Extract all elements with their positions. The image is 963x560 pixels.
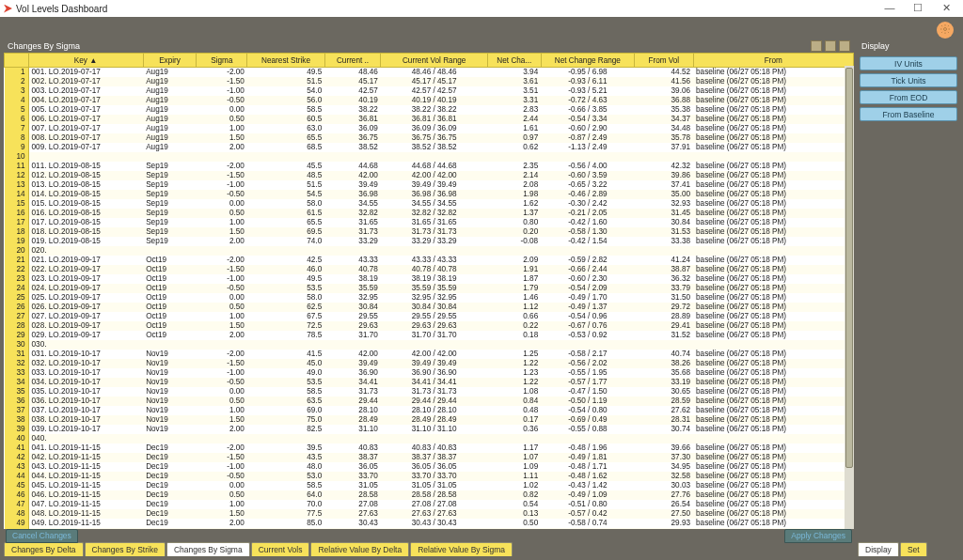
tab[interactable]: Changes By Sigma [166, 542, 250, 556]
table-row[interactable]: 38038. LO.2019-10-17Nov191.5075.028.4928… [5, 415, 854, 425]
cell: Aug19 [143, 105, 197, 115]
table-row[interactable]: 33033. LO.2019-10-17Nov19-1.0049.036.903… [5, 368, 854, 378]
col-header[interactable]: Net Change Range [541, 54, 634, 68]
titlebar[interactable]: Vol Levels Dashboard — ☐ ✕ [0, 0, 963, 18]
table-row[interactable]: 47047. LO.2019-11-15Dec191.0070.027.0827… [5, 500, 854, 509]
table-row[interactable]: 13013. LO.2019-08-15Sep19-1.0051.539.493… [5, 180, 854, 190]
table-header-row[interactable]: Key ▲ExpirySigmaNearest StrikeCurrent ..… [5, 54, 854, 68]
panel-collapse-icon[interactable] [811, 40, 822, 52]
table-row[interactable]: 29029. LO.2019-09-17Oct192.0078.531.7031… [5, 331, 854, 340]
table-row[interactable]: 40040. [5, 434, 854, 443]
cell: baseline (06/27 05:18 PM) [693, 143, 853, 152]
tab[interactable]: Relative Value By Delta [310, 542, 409, 556]
table-row[interactable]: 6006. LO.2019-07-17Aug190.5060.536.8136.… [5, 115, 854, 124]
table-row[interactable]: 12012. LO.2019-08-15Sep19-1.5048.542.004… [5, 171, 854, 180]
window-title: Vol Levels Dashboard [16, 4, 107, 14]
col-header[interactable]: Key ▲ [28, 54, 143, 68]
vertical-scrollbar[interactable] [845, 66, 854, 529]
cell: baseline (06/27 05:18 PM) [693, 481, 853, 490]
cell: 34.41 / 34.41 [381, 378, 488, 387]
table-row[interactable]: 18018. LO.2019-08-15Sep191.5069.531.7331… [5, 227, 854, 237]
cell: -0.58 / 1.30 [541, 227, 634, 237]
side-button[interactable]: From Baseline [860, 107, 957, 121]
col-header[interactable]: Expiry [143, 54, 197, 68]
col-header[interactable]: Current .. [324, 54, 381, 68]
side-button[interactable]: IV Units [860, 56, 957, 70]
table-row[interactable]: 8008. LO.2019-07-17Aug191.5065.536.7536.… [5, 133, 854, 143]
cell: 011. LO.2019-08-15 [28, 162, 143, 171]
table-row[interactable]: 16016. LO.2019-08-15Sep190.5061.532.8232… [5, 209, 854, 218]
cell: 3.31 [487, 96, 541, 105]
table-row[interactable]: 34034. LO.2019-10-17Nov19-0.5053.534.413… [5, 378, 854, 387]
table-row[interactable]: 22022. LO.2019-09-17Oct19-1.5046.040.784… [5, 265, 854, 274]
table-row[interactable]: 2002. LO.2019-07-17Aug19-1.5051.545.1745… [5, 77, 854, 86]
col-header[interactable]: From Vol [635, 54, 693, 68]
table-row[interactable]: 5005. LO.2019-07-17Aug190.0058.538.2238.… [5, 105, 854, 115]
table-row[interactable]: 42042. LO.2019-11-15Dec19-1.5043.538.373… [5, 453, 854, 462]
table-row[interactable]: 15015. LO.2019-08-15Sep190.0058.034.5534… [5, 199, 854, 209]
cell: 28.31 [635, 415, 693, 425]
table-row[interactable]: 7007. LO.2019-07-17Aug191.0063.036.0936.… [5, 124, 854, 133]
table-row[interactable]: 31031. LO.2019-10-17Nov19-2.0041.542.004… [5, 350, 854, 359]
cell: 038. LO.2019-10-17 [28, 415, 143, 425]
col-header[interactable]: Net Cha... [487, 54, 541, 68]
cell: 31.50 [635, 293, 693, 303]
table-row[interactable]: 39039. LO.2019-10-17Nov192.0082.531.1031… [5, 425, 854, 434]
table-row[interactable]: 10 [5, 152, 854, 162]
table-row[interactable]: 4004. LO.2019-07-17Aug19-0.5056.040.1940… [5, 96, 854, 105]
table-row[interactable]: 44044. LO.2019-11-15Dec19-0.5053.033.703… [5, 472, 854, 481]
table-row[interactable]: 49049. LO.2019-11-15Dec192.0085.030.4330… [5, 519, 854, 528]
table-row[interactable]: 27027. LO.2019-09-17Oct191.0067.529.5529… [5, 312, 854, 321]
table-row[interactable]: 21021. LO.2019-09-17Oct19-2.0042.543.334… [5, 256, 854, 265]
side-tab[interactable]: Display [858, 542, 899, 556]
panel-maximize-icon[interactable] [825, 40, 836, 52]
table-row[interactable]: 20020. [5, 246, 854, 256]
table-row[interactable]: 1001. LO.2019-07-17Aug19-2.0049.548.4648… [5, 68, 854, 78]
table-row[interactable]: 43043. LO.2019-11-15Dec19-1.0048.036.053… [5, 462, 854, 472]
table-row[interactable]: 32032. LO.2019-10-17Nov19-1.5045.039.493… [5, 359, 854, 368]
tab[interactable]: Current Vols [251, 542, 310, 556]
cell: 2.14 [487, 171, 541, 180]
table-row[interactable]: 28028. LO.2019-09-17Oct191.5072.529.6329… [5, 321, 854, 331]
side-tab[interactable]: Set [900, 542, 927, 556]
col-header[interactable] [5, 54, 29, 68]
table-row[interactable]: 45045. LO.2019-11-15Dec190.0058.531.0531… [5, 481, 854, 490]
table-row[interactable]: 41041. LO.2019-11-15Dec19-2.0039.540.834… [5, 443, 854, 453]
panel-close-icon[interactable] [839, 40, 850, 52]
table-row[interactable]: 11011. LO.2019-08-15Sep19-2.0045.544.684… [5, 162, 854, 171]
table-row[interactable]: 48048. LO.2019-11-15Dec191.5077.527.6327… [5, 509, 854, 519]
col-header[interactable]: Nearest Strike [247, 54, 324, 68]
close-button[interactable]: ✕ [933, 1, 959, 16]
apply-changes-button[interactable]: Apply Changes [784, 529, 852, 543]
table-row[interactable]: 25025. LO.2019-09-17Oct190.0058.032.9532… [5, 293, 854, 303]
table-row[interactable]: 9009. LO.2019-07-17Aug192.0068.538.5238.… [5, 143, 854, 152]
table-row[interactable]: 35035. LO.2019-10-17Nov190.0058.531.7331… [5, 387, 854, 397]
tab[interactable]: Relative Value By Sigma [410, 542, 513, 556]
table-row[interactable]: 37037. LO.2019-10-17Nov191.0069.028.1028… [5, 406, 854, 415]
table-row[interactable]: 36036. LO.2019-10-17Nov190.5063.529.4429… [5, 397, 854, 406]
col-header[interactable]: Sigma [197, 54, 247, 68]
side-button[interactable]: Tick Units [860, 73, 957, 87]
table-row[interactable]: 46046. LO.2019-11-15Dec190.5064.028.5828… [5, 490, 854, 500]
settings-gear-button[interactable] [937, 22, 954, 39]
tab[interactable]: Changes By Strike [85, 542, 166, 556]
cancel-changes-button[interactable]: Cancel Changes [6, 529, 78, 543]
tab[interactable]: Changes By Delta [4, 542, 84, 556]
table-row[interactable]: 23023. LO.2019-09-17Oct19-1.0049.538.193… [5, 274, 854, 284]
cell [247, 434, 324, 443]
col-header[interactable]: Current Vol Range [381, 54, 488, 68]
maximize-button[interactable]: ☐ [905, 1, 931, 16]
table-row[interactable]: 30030. [5, 340, 854, 350]
cell: 1.02 [487, 481, 541, 490]
minimize-button[interactable]: — [876, 1, 903, 16]
table-row[interactable]: 3003. LO.2019-07-17Aug19-1.0054.042.5742… [5, 86, 854, 96]
cell: Aug19 [143, 68, 197, 78]
table-row[interactable]: 24024. LO.2019-09-17Oct19-0.5053.535.593… [5, 284, 854, 293]
table-row[interactable]: 19019. LO.2019-08-15Sep192.0074.033.2933… [5, 237, 854, 246]
table-row[interactable]: 17017. LO.2019-08-15Sep191.0065.531.6531… [5, 218, 854, 227]
scrollbar-thumb[interactable] [845, 68, 853, 468]
side-button[interactable]: From EOD [860, 90, 957, 104]
col-header[interactable]: From [693, 54, 853, 68]
table-row[interactable]: 14014. LO.2019-08-15Sep19-0.5054.536.983… [5, 190, 854, 199]
table-row[interactable]: 26026. LO.2019-09-17Oct190.5062.530.8430… [5, 303, 854, 312]
